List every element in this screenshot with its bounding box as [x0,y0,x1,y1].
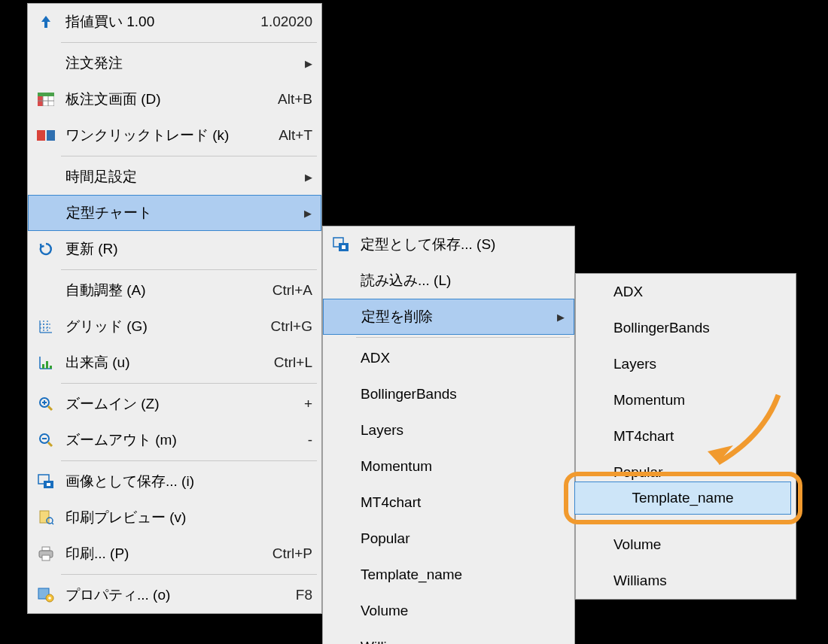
menu-label: Template_name [355,567,565,583]
separator [61,383,317,384]
menu-accelerator: + [260,396,312,412]
menu-label: 出来高 (u) [59,353,256,372]
delete-list-item[interactable]: Volume [576,527,796,563]
menu-label: 画像として保存... (i) [59,472,312,491]
template-list-item[interactable]: Layers [323,412,574,448]
template-list: ADXBollingerBandsLayersMomentumMT4chartP… [323,340,574,644]
menu-item-oneclick[interactable]: ワンクリックトレード (k) Alt+T [28,117,321,153]
delete-list-item[interactable]: Layers [576,346,796,382]
menu-accelerator: Alt+T [260,127,312,144]
menu-label: Momentum [607,392,787,409]
svg-rect-40 [342,245,346,249]
menu-item-grid[interactable]: グリッド (G) Ctrl+G [28,308,321,345]
template-list-item[interactable]: Volume [323,593,574,629]
menu-item-volume[interactable]: 出来高 (u) Ctrl+L [28,345,321,381]
menu-item-delete-template[interactable]: 定型を削除 ▶ [323,299,574,335]
chevron-right-icon: ▶ [554,311,565,323]
menu-label: グリッド (G) [59,317,253,336]
chevron-right-icon: ▶ [302,172,312,183]
menu-label: 指値買い 1.00 [59,12,242,32]
save-icon [327,231,355,258]
menu-item-zoom-in[interactable]: ズームイン (Z) + [28,386,321,422]
template-list-item[interactable]: Momentum [323,448,574,485]
menu-item-template[interactable]: 定型チャート ▶ [28,195,321,231]
context-menu-main: 指値買い 1.00 1.02020 注文発注 ▶ 板注文画面 (D) Alt+B… [27,3,322,614]
menu-label: 注文発注 [59,53,302,73]
menu-item-print[interactable]: 印刷... (P) Ctrl+P [28,536,321,572]
separator [356,337,570,338]
menu-label: MT4chart [607,428,787,445]
submenu-delete-template: ADXBollingerBandsLayersMomentumMT4chartP… [575,273,796,600]
menu-item-print-preview[interactable]: 印刷プレビュー (v) [28,500,321,536]
delete-list-item[interactable]: BollingerBands [576,310,796,346]
template-list-item[interactable]: Popular [323,521,574,557]
menu-accelerator: Alt+B [260,91,312,108]
menu-accelerator: - [260,432,312,448]
svg-rect-17 [46,361,48,369]
menu-item-limit-buy[interactable]: 指値買い 1.00 1.02020 [28,4,321,40]
menu-item-save-image[interactable]: 画像として保存... (i) [28,463,321,500]
menu-item-refresh[interactable]: 更新 (R) [28,231,321,267]
chevron-right-icon: ▶ [301,208,312,219]
menu-item-save-template[interactable]: 定型として保存... (S) [323,226,574,263]
separator [61,574,317,575]
menu-label: ADX [607,284,787,300]
arrow-up-icon [32,8,59,35]
separator [61,156,317,156]
menu-item-autoscale[interactable]: 自動調整 (A) Ctrl+A [28,272,321,308]
template-list-item[interactable]: MT4chart [323,485,574,521]
delete-list-item[interactable]: ADX [576,274,796,310]
svg-rect-34 [42,555,50,560]
menu-accelerator: Ctrl+P [254,545,312,562]
menu-accelerator: F8 [260,587,312,603]
menu-label: 読み込み... (L) [355,271,565,290]
menu-label: Volume [607,536,787,553]
properties-icon [32,582,59,609]
menu-label: Williams [355,639,565,644]
menu-value: 1.02020 [242,14,312,30]
oneclick-icon [32,122,59,149]
template-list-item[interactable]: Template_name [323,557,574,593]
template-list-item[interactable]: Williams [323,629,574,644]
menu-label: 定型チャート [60,203,301,223]
svg-rect-32 [42,547,50,551]
template-list-item[interactable]: BollingerBands [323,376,574,412]
menu-label: ADX [355,350,565,366]
svg-rect-16 [42,364,44,369]
menu-item-properties[interactable]: プロパティ... (o) F8 [28,577,321,613]
menu-label: ワンクリックトレード (k) [59,126,260,145]
refresh-icon [32,235,59,263]
menu-item-zoom-out[interactable]: ズームアウト (m) - [28,422,321,458]
delete-list-item[interactable]: MT4chart [576,418,796,454]
delete-list-item[interactable]: Williams [576,563,796,599]
menu-label: Layers [607,356,787,372]
zoom-in-icon [32,390,59,418]
menu-label: 印刷プレビュー (v) [59,508,312,527]
menu-item-timeframe[interactable]: 時間足設定 ▶ [28,159,321,195]
menu-label: BollingerBands [607,320,787,336]
menu-label: 更新 (R) [59,239,312,259]
print-preview-icon [32,504,59,531]
separator [61,460,317,461]
template-list-item[interactable]: ADX [323,340,574,376]
grid-icon [32,313,59,340]
menu-accelerator: Ctrl+L [256,354,312,371]
separator [61,42,317,43]
menu-label: 板注文画面 (D) [59,90,260,109]
svg-line-20 [48,406,52,410]
save-image-icon [32,468,59,495]
menu-label: MT4chart [355,494,565,511]
menu-label: Popular [607,464,787,481]
svg-rect-18 [50,366,52,369]
submenu-template: 定型として保存... (S) 読み込み... (L) 定型を削除 ▶ ADXBo… [322,226,575,644]
menu-label: ズームイン (Z) [59,394,260,414]
delete-template-list: ADXBollingerBandsLayersMomentumMT4chartP… [576,274,796,599]
menu-item-load-template[interactable]: 読み込み... (L) [323,263,574,299]
menu-label: Popular [355,530,565,547]
menu-label: Momentum [355,458,565,475]
highlighted-template-item[interactable]: Template_name [574,481,791,515]
delete-list-item[interactable]: Momentum [576,382,796,418]
menu-item-order[interactable]: 注文発注 ▶ [28,45,321,81]
menu-label: Layers [355,422,565,439]
menu-item-dom[interactable]: 板注文画面 (D) Alt+B [28,81,321,117]
